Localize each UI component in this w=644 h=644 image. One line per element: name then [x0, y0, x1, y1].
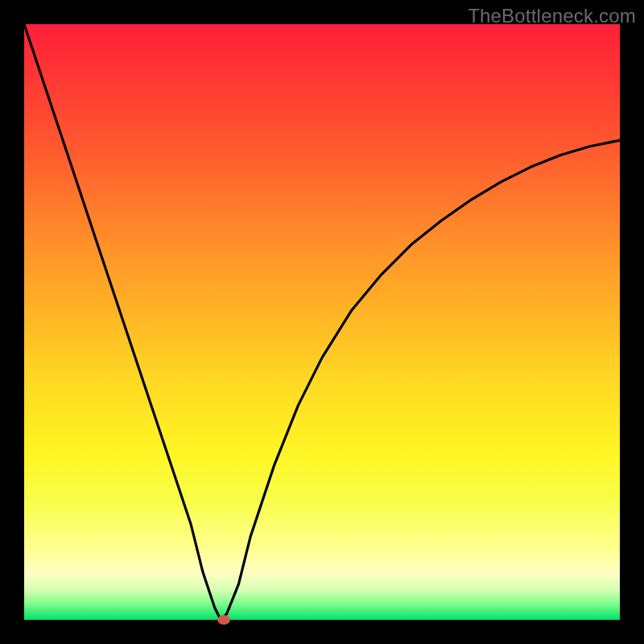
plot-area	[24, 24, 620, 620]
chart-frame: TheBottleneck.com	[0, 0, 644, 644]
optimum-marker	[217, 615, 230, 625]
curve-path	[24, 24, 620, 620]
watermark-text: TheBottleneck.com	[468, 5, 636, 27]
bottleneck-curve	[24, 24, 620, 620]
